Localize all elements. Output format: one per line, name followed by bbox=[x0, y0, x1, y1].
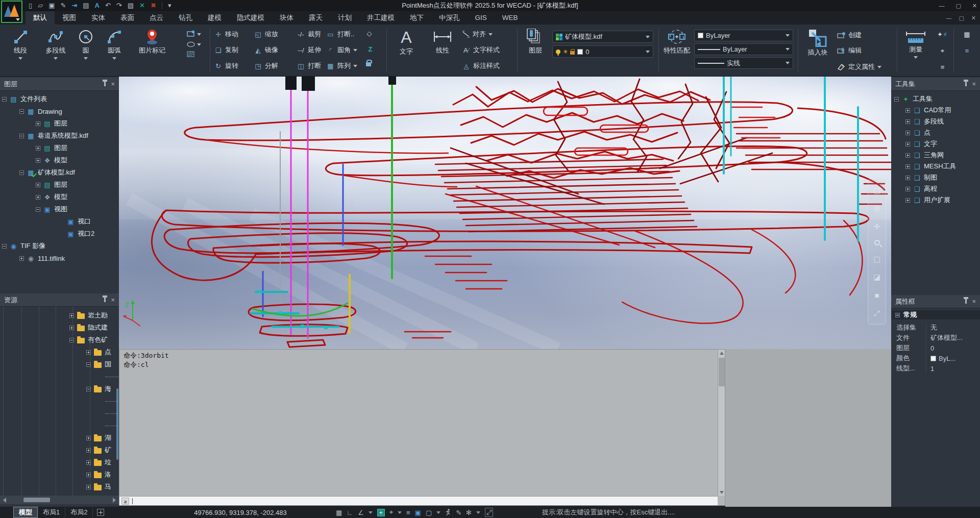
circle-button[interactable]: 圆 bbox=[75, 29, 97, 60]
block-edit-button[interactable]: 编辑 bbox=[837, 46, 862, 55]
layer-file-select[interactable]: 矿体模型.kdf bbox=[552, 31, 653, 43]
res-item-point[interactable]: 点 bbox=[0, 346, 119, 358]
command-input-row[interactable]: ≥ bbox=[119, 496, 718, 505]
extra-list-button[interactable]: ≡ bbox=[963, 47, 971, 55]
ellipse-button[interactable] bbox=[187, 41, 201, 47]
tree-item-views[interactable]: ▣视图 bbox=[2, 203, 118, 215]
tree-item-ore-model[interactable]: ▦矿体模型.kdf bbox=[2, 166, 118, 179]
property-row-layer[interactable]: 图层 0 bbox=[891, 343, 980, 353]
match-properties-button[interactable]: 特性匹配 bbox=[663, 29, 691, 55]
quick-measure-button[interactable]: ✦⚡ bbox=[937, 31, 946, 38]
property-row-color[interactable]: 颜色 ByL... bbox=[891, 353, 980, 363]
layer-select[interactable]: ✳ 0 bbox=[552, 45, 653, 58]
image-mark-button[interactable]: 图片标记 bbox=[132, 29, 173, 55]
erase-button[interactable]: ◇ bbox=[365, 30, 374, 37]
polyline-button[interactable]: 多段线 bbox=[39, 29, 72, 60]
toolset-item-cad[interactable]: ❑CAD常用 bbox=[894, 105, 979, 116]
pan-hand-icon[interactable]: ✛ bbox=[874, 222, 880, 231]
property-row-linetype[interactable]: 线型... 1 bbox=[891, 363, 980, 374]
toolset-item-elevation[interactable]: ❑高程 bbox=[894, 183, 979, 194]
tab-view[interactable]: 视图 bbox=[55, 11, 84, 24]
app-logo[interactable] bbox=[1, 1, 22, 23]
res-item-kuang[interactable]: 矿 bbox=[0, 444, 119, 456]
tree-item-tiflink[interactable]: ◉111.tiflink bbox=[2, 252, 118, 264]
copy-button[interactable]: ❏复制 bbox=[214, 45, 238, 55]
view-wire-cube-icon[interactable]: ▢ bbox=[873, 255, 880, 263]
res-item-hu[interactable]: 湖 bbox=[0, 432, 119, 444]
array-button[interactable]: ▦阵列 bbox=[326, 61, 357, 70]
layout-tab-1[interactable]: 布局1 bbox=[38, 507, 65, 517]
collapse-icon[interactable] bbox=[895, 313, 900, 317]
tree-item-tunnel-model[interactable]: ▦巷道系统模型.kdf bbox=[2, 130, 118, 142]
doc-minimize-button[interactable]: — bbox=[946, 15, 951, 21]
close-button[interactable]: ✕ bbox=[972, 3, 977, 9]
tab-web[interactable]: WEB bbox=[495, 11, 526, 24]
pin-icon[interactable] bbox=[965, 82, 967, 86]
res-item-geotech[interactable]: 岩土勘 bbox=[0, 309, 119, 322]
tab-modeling[interactable]: 建模 bbox=[200, 11, 229, 24]
scroll-thumb[interactable] bbox=[23, 498, 50, 502]
property-row-file[interactable]: 文件 矿体模型... bbox=[891, 333, 980, 343]
dim-style-button[interactable]: ◬标注样式 bbox=[462, 61, 500, 70]
dropdown-caret-icon[interactable] bbox=[398, 511, 402, 514]
toolset-item-mesh[interactable]: ❑MESH工具 bbox=[894, 161, 979, 172]
close-panel-icon[interactable]: × bbox=[111, 297, 115, 303]
doc-restore-button[interactable]: ▢ bbox=[959, 15, 964, 21]
text-button[interactable]: A 文字 bbox=[395, 29, 418, 56]
res-item-nonferrous[interactable]: 有色矿 bbox=[0, 334, 119, 346]
measure-list-button[interactable]: ≡ bbox=[938, 63, 947, 71]
pin-icon[interactable] bbox=[104, 82, 106, 86]
zoom-icon[interactable] bbox=[874, 240, 880, 245]
toolset-item-text[interactable]: ❑文字 bbox=[894, 138, 979, 150]
dropdown-caret-icon[interactable] bbox=[369, 511, 373, 514]
pin-icon[interactable] bbox=[965, 299, 967, 304]
break-button[interactable]: ◫打断 bbox=[297, 61, 321, 70]
lineweight-icon[interactable]: ≡ bbox=[406, 509, 410, 516]
scroll-up-icon[interactable] bbox=[720, 352, 724, 355]
property-row-selection[interactable]: 选择集 无 bbox=[891, 323, 980, 333]
layout-tab-2[interactable]: 布局2 bbox=[65, 507, 93, 517]
insert-block-button[interactable]: 插入块 bbox=[803, 29, 832, 57]
extra-grid-button[interactable]: ▦ bbox=[963, 31, 971, 38]
dropdown-caret-icon[interactable] bbox=[476, 511, 480, 514]
toolset-item-point[interactable]: ❑点 bbox=[894, 127, 979, 138]
grid-snap-icon[interactable]: ▦ bbox=[336, 509, 342, 516]
tree-item-viewport2[interactable]: ▣视口2 bbox=[2, 228, 118, 240]
trim-button[interactable]: -/-裁剪 bbox=[297, 30, 321, 39]
mirror-button[interactable]: ◭镜像 bbox=[254, 45, 278, 55]
toolset-item-mapping[interactable]: ❑制图 bbox=[894, 172, 979, 183]
maximize-button[interactable]: ▢ bbox=[955, 3, 961, 9]
dropdown-caret-icon[interactable] bbox=[436, 511, 440, 514]
text-style-button[interactable]: A∕文字样式 bbox=[462, 45, 500, 55]
visual-style-icon[interactable]: ▢ bbox=[426, 509, 432, 516]
tree-item-layers[interactable]: ▤图层 bbox=[2, 117, 118, 130]
arc-button[interactable]: 圆弧 bbox=[100, 29, 129, 60]
rotate-button[interactable]: ↻旋转 bbox=[214, 61, 238, 70]
tab-deephole[interactable]: 中深孔 bbox=[431, 11, 468, 24]
toolset-root[interactable]: ✦工具集 bbox=[894, 93, 979, 105]
align-button[interactable]: 对齐 bbox=[462, 30, 493, 39]
tab-openpit[interactable]: 露天 bbox=[301, 11, 330, 24]
res-item-la[interactable]: 垃 bbox=[0, 456, 119, 468]
tree-item-filelist[interactable]: ▤文件列表 bbox=[2, 93, 118, 105]
rectangle-button[interactable] bbox=[187, 31, 201, 38]
zoom-window-icon[interactable]: ▢ bbox=[873, 186, 880, 194]
move-button[interactable]: ✛移动 bbox=[214, 30, 238, 39]
doc-close-button[interactable]: ✕ bbox=[971, 15, 976, 21]
scroll-thumb[interactable] bbox=[719, 358, 725, 386]
close-panel-icon[interactable]: × bbox=[972, 298, 976, 305]
command-window[interactable]: 命令:3dorbit 命令:cl ≥ bbox=[119, 349, 725, 506]
ortho-icon[interactable]: ∟ bbox=[347, 509, 353, 516]
dynamic-input-runner-icon[interactable] bbox=[445, 509, 451, 516]
command-input-caret[interactable] bbox=[132, 498, 133, 504]
hatch-button[interactable] bbox=[187, 51, 201, 57]
resources-hscrollbar[interactable] bbox=[0, 496, 119, 504]
tree-item-model[interactable]: ❖模型 bbox=[2, 154, 118, 166]
viewport-3d[interactable]: Z ▢ ◎ ✛ ▢ ◪ ■ ⤢ bbox=[119, 77, 891, 349]
tab-solid[interactable]: 实体 bbox=[84, 11, 113, 24]
tab-implicit-modeling[interactable]: 隐式建模 bbox=[229, 11, 272, 24]
polar-tracking-icon[interactable]: ∠ bbox=[358, 509, 364, 516]
view-half-cube-icon[interactable]: ◪ bbox=[873, 273, 880, 281]
properties-section-general[interactable]: 常规 bbox=[891, 310, 980, 319]
linear-dim-button[interactable]: 线性 bbox=[430, 29, 455, 55]
